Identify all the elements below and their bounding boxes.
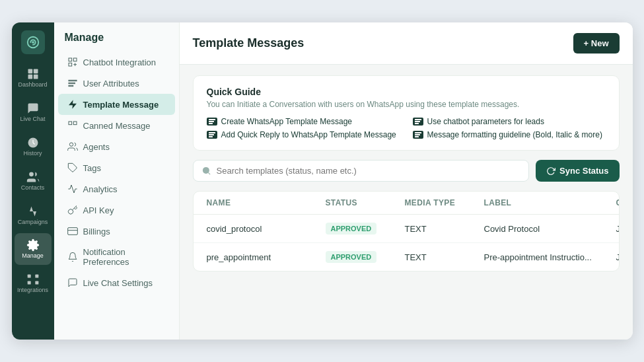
table-header: Name Status Media Type Label Created At … bbox=[194, 192, 619, 215]
nav-item-template-message[interactable]: Template Message bbox=[58, 94, 175, 115]
table-row: covid_protocol APPROVED TEXT Covid Proto… bbox=[194, 215, 619, 243]
svg-rect-43 bbox=[415, 136, 419, 137]
main-body: Quick Guide You can Initiate a Conversat… bbox=[180, 65, 633, 340]
row-2-media-type: TEXT bbox=[405, 252, 484, 262]
app-window: Dashboard Live Chat History Contacts Cam… bbox=[12, 22, 633, 340]
sync-status-button[interactable]: Sync Status bbox=[536, 160, 619, 182]
guide-link-create-template[interactable]: Create WhatsApp Template Message bbox=[207, 117, 400, 126]
status-badge: APPROVED bbox=[326, 223, 377, 235]
left-nav: Manage Chatbot Integration User Attribut… bbox=[54, 22, 180, 340]
quick-guide-title: Quick Guide bbox=[207, 87, 606, 97]
svg-rect-32 bbox=[209, 119, 215, 120]
nav-item-chatbot-integration[interactable]: Chatbot Integration bbox=[58, 52, 175, 73]
svg-rect-41 bbox=[415, 132, 421, 133]
guide-link-icon bbox=[207, 118, 217, 126]
quick-guide-section: Quick Guide You can Initiate a Conversat… bbox=[193, 75, 620, 151]
quick-guide-description: You can Initiate a Conversation with use… bbox=[207, 100, 606, 109]
app-logo bbox=[21, 30, 45, 54]
svg-rect-9 bbox=[27, 275, 30, 278]
svg-rect-12 bbox=[35, 281, 38, 285]
svg-rect-10 bbox=[35, 275, 38, 278]
svg-rect-19 bbox=[69, 63, 72, 66]
svg-rect-23 bbox=[69, 83, 75, 83]
template-table: Name Status Media Type Label Created At … bbox=[193, 191, 620, 272]
table-row: pre_appointment APPROVED TEXT Pre-appoin… bbox=[194, 243, 619, 271]
svg-rect-38 bbox=[209, 132, 215, 133]
svg-rect-2 bbox=[28, 69, 32, 74]
row-1-media-type: TEXT bbox=[405, 224, 484, 234]
main-content: Template Messages + New Quick Guide You … bbox=[180, 22, 633, 340]
search-box[interactable] bbox=[193, 160, 530, 182]
row-2-label: Pre-appointment Instructio... bbox=[484, 252, 616, 262]
sidebar-item-live-chat[interactable]: Live Chat bbox=[15, 96, 52, 128]
nav-item-tags[interactable]: Tags bbox=[58, 157, 175, 178]
search-input[interactable] bbox=[217, 166, 521, 176]
svg-rect-4 bbox=[28, 75, 32, 79]
svg-rect-26 bbox=[69, 122, 72, 125]
row-1-status: APPROVED bbox=[326, 223, 405, 235]
svg-rect-11 bbox=[27, 281, 30, 285]
nav-item-canned-message[interactable]: Canned Message bbox=[58, 115, 175, 136]
row-1-name: covid_protocol bbox=[207, 224, 326, 234]
nav-item-user-attributes[interactable]: User Attributes bbox=[58, 73, 175, 94]
row-2-created-at: June 4, 2022 bbox=[616, 252, 620, 262]
svg-line-45 bbox=[208, 172, 210, 174]
svg-rect-24 bbox=[69, 85, 73, 86]
guide-link-quick-reply[interactable]: Add Quick Reply to WhatsApp Template Mes… bbox=[207, 130, 400, 139]
guide-links: Create WhatsApp Template Message Use cha… bbox=[207, 117, 606, 139]
svg-rect-5 bbox=[33, 75, 38, 79]
row-1-label: Covid Protocol bbox=[484, 224, 616, 234]
row-2-name: pre_appointment bbox=[207, 252, 326, 262]
svg-rect-37 bbox=[415, 123, 419, 124]
sidebar-item-manage[interactable]: Manage bbox=[15, 233, 52, 265]
svg-rect-3 bbox=[33, 69, 38, 74]
svg-point-1 bbox=[32, 41, 34, 44]
svg-marker-25 bbox=[69, 100, 77, 108]
search-icon bbox=[201, 166, 211, 176]
nav-item-live-chat-settings[interactable]: Live Chat Settings bbox=[58, 272, 175, 293]
new-button[interactable]: + New bbox=[573, 33, 620, 54]
nav-item-notification-preferences[interactable]: Notification Preferences bbox=[58, 242, 175, 272]
sidebar-item-campaigns[interactable]: Campaigns bbox=[15, 199, 52, 231]
guide-link-icon-3 bbox=[207, 131, 217, 139]
svg-rect-33 bbox=[209, 121, 214, 122]
left-nav-title: Manage bbox=[54, 32, 179, 52]
main-header: Template Messages + New bbox=[180, 22, 633, 65]
sidebar-item-history[interactable]: History bbox=[15, 131, 52, 163]
svg-rect-22 bbox=[69, 80, 77, 81]
svg-rect-17 bbox=[69, 58, 72, 61]
guide-link-icon-4 bbox=[413, 131, 423, 139]
search-row: Sync Status bbox=[193, 160, 620, 182]
svg-rect-30 bbox=[67, 228, 77, 235]
svg-point-44 bbox=[202, 167, 209, 174]
svg-rect-36 bbox=[415, 121, 420, 122]
status-badge: APPROVED bbox=[326, 251, 377, 263]
guide-link-chatbot-params[interactable]: Use chatbot parameters for leads bbox=[413, 117, 606, 126]
svg-rect-34 bbox=[209, 123, 213, 124]
nav-item-agents[interactable]: Agents bbox=[58, 136, 175, 157]
svg-rect-40 bbox=[209, 136, 213, 137]
nav-item-api-key[interactable]: API Key bbox=[58, 199, 175, 221]
nav-item-analytics[interactable]: Analytics bbox=[58, 178, 175, 199]
row-1-created-at: June 4, 2022 bbox=[616, 224, 620, 234]
svg-rect-39 bbox=[209, 134, 214, 135]
sidebar: Dashboard Live Chat History Contacts Cam… bbox=[12, 22, 54, 340]
svg-point-7 bbox=[29, 172, 34, 176]
svg-point-28 bbox=[69, 143, 73, 146]
row-2-status: APPROVED bbox=[326, 251, 405, 263]
guide-link-icon-2 bbox=[413, 118, 423, 126]
page-title: Template Messages bbox=[193, 36, 304, 50]
svg-rect-42 bbox=[415, 134, 420, 135]
guide-link-formatting[interactable]: Message formatting guideline (Bold, Ital… bbox=[413, 130, 606, 139]
nav-item-billings[interactable]: Billings bbox=[58, 221, 175, 242]
svg-rect-27 bbox=[73, 122, 77, 125]
svg-rect-35 bbox=[415, 119, 421, 120]
sidebar-item-integrations[interactable]: Integrations bbox=[15, 268, 52, 299]
sidebar-item-contacts[interactable]: Contacts bbox=[15, 165, 52, 197]
sidebar-item-dashboard[interactable]: Dashboard bbox=[15, 62, 52, 94]
sync-icon bbox=[546, 166, 555, 176]
svg-rect-18 bbox=[73, 58, 77, 61]
